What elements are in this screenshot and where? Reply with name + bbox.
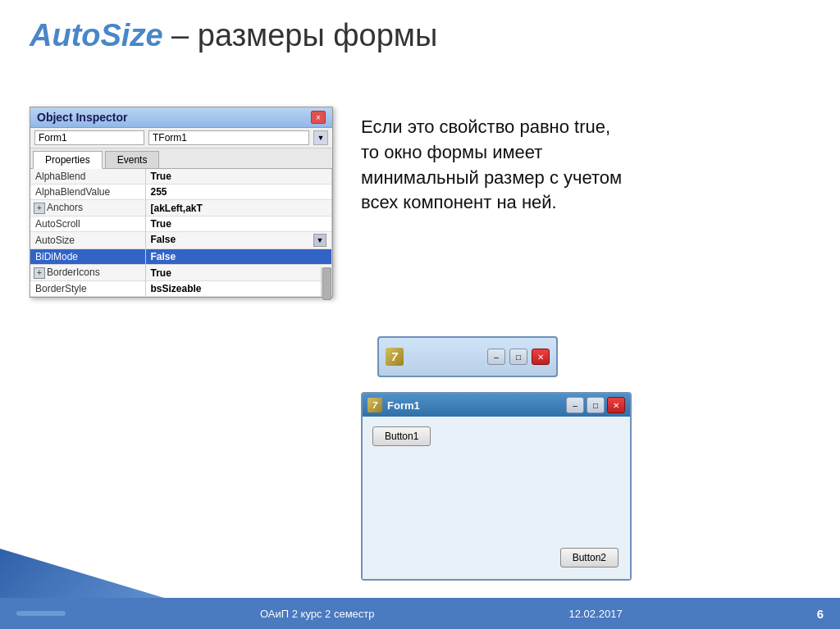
property-name: AutoSize xyxy=(30,232,145,249)
oi-scrollbar[interactable] xyxy=(321,267,332,297)
form1-maximize-button[interactable]: □ xyxy=(587,397,605,413)
oi-titlebar: Object Inspector × xyxy=(30,107,332,128)
oi-tabs: Properties Events xyxy=(30,148,332,169)
tab-events[interactable]: Events xyxy=(105,151,160,168)
form1-icon: 7 xyxy=(368,398,382,412)
mini-close-button[interactable]: ✕ xyxy=(532,349,550,365)
bottom-decoration xyxy=(0,549,164,598)
mini-win-icon: 7 xyxy=(386,348,404,366)
form1-body: Button1 Button2 xyxy=(363,417,630,579)
property-name: BorderStyle xyxy=(30,281,145,297)
property-value: True xyxy=(145,169,332,185)
oi-selector-row: Form1 TForm1 ▼ xyxy=(30,128,332,148)
object-inspector-panel: Object Inspector × Form1 TForm1 ▼ Proper… xyxy=(30,107,333,298)
form1-title: Form1 xyxy=(387,399,561,412)
description-text: Если это свойство равно true, то окно фо… xyxy=(361,115,810,216)
title-autosize: AutoSize xyxy=(30,18,163,52)
mini-minimize-button[interactable]: – xyxy=(487,349,505,365)
form1-window-controls: – □ ✕ xyxy=(566,397,625,413)
property-value: [akLeft,akT xyxy=(145,200,332,217)
property-value: False xyxy=(145,249,332,265)
mini-win-controls: – □ ✕ xyxy=(487,349,550,365)
oi-object-selector[interactable]: Form1 xyxy=(34,130,144,145)
description-line3: минимальный размер с учетом xyxy=(361,166,810,191)
property-name: AlphaBlend xyxy=(30,169,145,185)
form1-minimize-button[interactable]: – xyxy=(566,397,584,413)
footer-course-info: ОАиП 2 курс 2 семестр xyxy=(260,608,375,620)
page-title: AutoSize – размеры формы xyxy=(30,18,437,53)
property-name: AlphaBlendValue xyxy=(30,185,145,200)
oi-dropdown-arrow[interactable]: ▼ xyxy=(313,130,328,145)
properties-table: AlphaBlendTrueAlphaBlendValue255+Anchors… xyxy=(30,169,332,297)
description-line2: то окно формы имеет xyxy=(361,140,810,166)
property-value: True xyxy=(145,265,332,281)
form1-close-button[interactable]: ✕ xyxy=(607,397,625,413)
footer-date: 12.02.2017 xyxy=(569,608,623,620)
property-value: bsSizeable xyxy=(145,281,332,297)
description-line1: Если это свойство равно true, xyxy=(361,115,810,140)
value-dropdown-arrow[interactable]: ▼ xyxy=(313,234,326,247)
oi-type-selector[interactable]: TForm1 xyxy=(148,130,309,145)
footer-page-number: 6 xyxy=(817,607,824,621)
footer-bar: ОАиП 2 курс 2 семестр 12.02.2017 6 xyxy=(0,598,840,629)
footer-left-decoration xyxy=(16,611,66,616)
title-subtitle: размеры формы xyxy=(198,18,438,52)
oi-close-button[interactable]: × xyxy=(311,111,326,124)
property-value: False▼ xyxy=(145,232,332,249)
property-name: +Anchors xyxy=(30,200,145,217)
property-value: 255 xyxy=(145,185,332,200)
form1-button2[interactable]: Button2 xyxy=(560,548,619,567)
oi-title: Object Inspector xyxy=(37,111,127,124)
expand-icon[interactable]: + xyxy=(34,203,45,214)
mini-maximize-button[interactable]: □ xyxy=(509,349,527,365)
oi-scroll-thumb[interactable] xyxy=(322,267,331,300)
form1-titlebar: 7 Form1 – □ ✕ xyxy=(363,394,630,417)
mini-window-small: 7 – □ ✕ xyxy=(377,336,558,377)
property-value: True xyxy=(145,217,332,232)
tab-properties[interactable]: Properties xyxy=(33,151,103,169)
expand-icon[interactable]: + xyxy=(34,267,45,279)
description-line4: всех компонент на ней. xyxy=(361,190,810,216)
title-dash: – xyxy=(163,18,198,52)
property-name: +BorderIcons xyxy=(30,265,145,281)
form1-window: 7 Form1 – □ ✕ Button1 Button2 xyxy=(361,392,632,581)
property-name: AutoScroll xyxy=(30,217,145,232)
form1-button1[interactable]: Button1 xyxy=(372,426,431,446)
property-name: BiDiMode xyxy=(30,249,145,265)
